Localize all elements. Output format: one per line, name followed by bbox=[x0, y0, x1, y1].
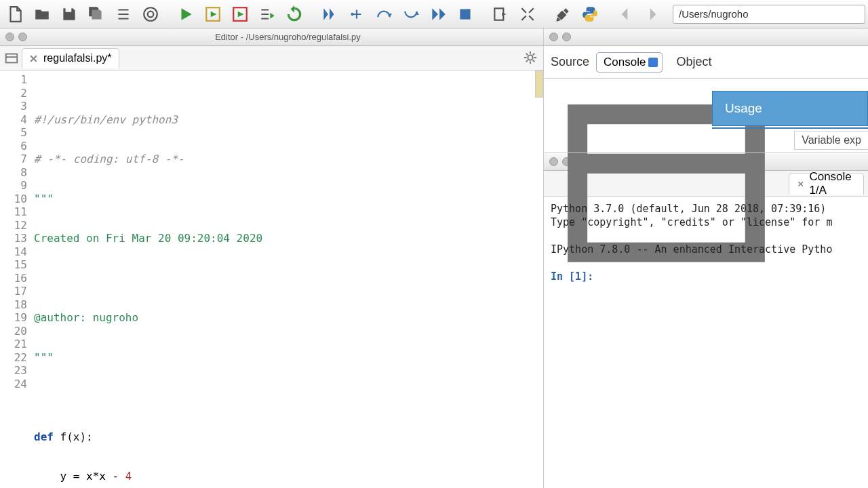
save-all-button[interactable] bbox=[84, 2, 108, 26]
working-directory-input[interactable]: /Users/nugroho bbox=[673, 5, 865, 24]
code-editor[interactable]: 123456789101112131415161718192021222324 … bbox=[0, 70, 543, 488]
preferences-button[interactable] bbox=[551, 2, 575, 26]
svg-point-8 bbox=[528, 55, 532, 60]
editor-pane-header: Editor - /Users/nugroho/regulafalsi.py bbox=[0, 28, 543, 46]
console-output[interactable]: Python 3.7.0 (default, Jun 28 2018, 07:3… bbox=[544, 197, 868, 488]
python-icon[interactable] bbox=[578, 2, 602, 26]
console[interactable]: Python 3.7.0 (default, Jun 28 2018, 07:3… bbox=[544, 197, 868, 488]
run-cell-advance-button[interactable] bbox=[228, 2, 252, 26]
svg-point-4 bbox=[351, 12, 353, 15]
main-toolbar: /Users/nugroho bbox=[0, 0, 868, 28]
rerun-button[interactable] bbox=[282, 2, 307, 26]
debug-step-over-button[interactable] bbox=[372, 2, 396, 26]
save-button[interactable] bbox=[57, 2, 81, 26]
pane-close-icon[interactable] bbox=[549, 33, 558, 41]
source-select[interactable]: Console bbox=[596, 52, 663, 73]
pane-opt-icon[interactable] bbox=[562, 33, 571, 41]
usage-heading: Usage bbox=[712, 91, 868, 126]
debug-step-out-button[interactable] bbox=[399, 2, 423, 26]
new-file-button[interactable] bbox=[3, 2, 27, 26]
list-button[interactable] bbox=[111, 2, 136, 26]
svg-point-0 bbox=[144, 7, 157, 21]
right-panel: Source Console Object Usage Variable exp… bbox=[544, 28, 868, 488]
svg-rect-7 bbox=[6, 54, 18, 62]
open-file-button[interactable] bbox=[30, 2, 54, 26]
console-tab-label: Console 1/A bbox=[809, 170, 855, 197]
help-pane-header bbox=[544, 28, 868, 46]
forward-button[interactable] bbox=[640, 2, 665, 26]
at-button[interactable] bbox=[138, 2, 163, 26]
main-area: Editor - /Users/nugroho/regulafalsi.py r… bbox=[0, 28, 868, 488]
close-tab-icon[interactable] bbox=[797, 180, 804, 188]
variable-explorer-tab[interactable]: Variable exp bbox=[794, 131, 868, 150]
console-tab[interactable]: Console 1/A bbox=[789, 173, 864, 195]
editor-options-icon[interactable] bbox=[523, 50, 538, 65]
close-tab-icon[interactable] bbox=[29, 54, 38, 63]
editor-pane-title: Editor - /Users/nugroho/regulafalsi.py bbox=[33, 32, 543, 42]
run-button[interactable] bbox=[174, 2, 198, 26]
file-tab-label: regulafalsi.py* bbox=[43, 52, 112, 64]
editor-scrollbar[interactable] bbox=[535, 70, 543, 98]
file-tab[interactable]: regulafalsi.py* bbox=[22, 48, 119, 68]
editor-tabbar: regulafalsi.py* bbox=[0, 46, 543, 70]
exit-debug-button[interactable] bbox=[488, 2, 513, 26]
help-content: Usage Variable exp bbox=[544, 79, 868, 153]
pane-close-icon[interactable] bbox=[5, 33, 14, 41]
console-tabbar: Console 1/A bbox=[544, 171, 868, 197]
maximize-button[interactable] bbox=[515, 2, 540, 26]
editor-panel: Editor - /Users/nugroho/regulafalsi.py r… bbox=[0, 28, 544, 488]
usage-divider bbox=[712, 127, 868, 129]
debug-step-into-button[interactable] bbox=[317, 2, 342, 26]
svg-rect-5 bbox=[460, 9, 470, 19]
svg-point-1 bbox=[148, 11, 154, 17]
run-selection-button[interactable] bbox=[255, 2, 279, 26]
line-number-gutter: 123456789101112131415161718192021222324 bbox=[0, 70, 31, 488]
debug-continue-button[interactable] bbox=[426, 2, 450, 26]
run-cell-button[interactable] bbox=[201, 2, 225, 26]
debug-stop-button[interactable] bbox=[453, 2, 477, 26]
back-button[interactable] bbox=[613, 2, 637, 26]
debug-step-button[interactable] bbox=[344, 2, 369, 26]
code-area[interactable]: #!/usr/bin/env python3 # -*- coding: utf… bbox=[31, 70, 543, 488]
pane-opt-icon[interactable] bbox=[18, 33, 27, 41]
browse-tabs-icon[interactable] bbox=[4, 51, 19, 66]
